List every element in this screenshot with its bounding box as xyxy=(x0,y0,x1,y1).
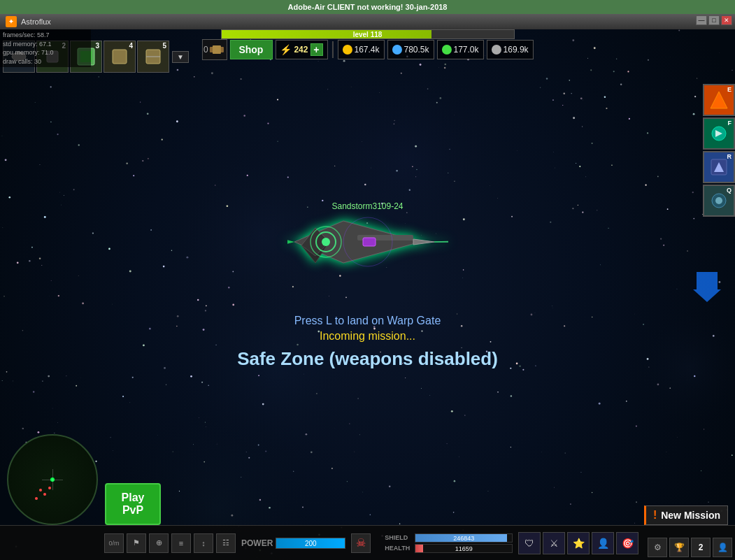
currency-shield: 169.9k xyxy=(487,40,534,59)
sort-icon: ↕ xyxy=(201,539,206,547)
new-mission-notification[interactable]: ! New Mission xyxy=(644,505,728,525)
profile-button[interactable]: 👤 xyxy=(713,538,732,557)
inventory-slot-5[interactable]: 5 xyxy=(137,41,169,73)
inventory-slot-4[interactable]: 4 xyxy=(104,41,136,73)
action-icon-star[interactable]: ⭐ xyxy=(567,532,590,554)
action-icon-target[interactable]: 🎯 xyxy=(616,532,638,554)
map-icon: ⊕ xyxy=(156,538,162,547)
count-display: 2 xyxy=(691,538,711,557)
direction-arrow xyxy=(693,268,721,306)
bottom-action-icons: 🛡 ⚔ ⭐ 👤 🎯 xyxy=(518,532,638,554)
health-value: 11659 xyxy=(415,545,512,554)
svg-marker-24 xyxy=(413,239,434,245)
action-icon-profile[interactable]: 👤 xyxy=(592,532,614,554)
app-title-bar: ✦ Astroflux — □ ✕ xyxy=(0,14,735,29)
player-name: Sandstorm3109-24 xyxy=(331,201,403,211)
health-label: HEALTH xyxy=(385,545,413,552)
nav-button-quest[interactable]: ⚑ xyxy=(127,533,146,553)
skill-button-r[interactable]: R xyxy=(703,151,735,183)
shield-label: SHIELD xyxy=(385,534,413,541)
maximize-button[interactable]: □ xyxy=(708,15,720,25)
shield-value: 246843 xyxy=(415,534,512,543)
nav-button-map[interactable]: ⊕ xyxy=(149,533,169,553)
slot-num-5: 5 xyxy=(162,42,166,50)
svg-point-22 xyxy=(322,238,330,246)
nav-button-menu[interactable]: ≡ xyxy=(171,533,191,553)
game-viewport: ✦ Astroflux — □ ✕ level 118 frames/sec: … xyxy=(0,14,735,560)
skill-r-icon xyxy=(708,157,729,178)
shield-bar-row: SHIELD 246843 xyxy=(385,533,513,543)
xp-icon: ⚡ xyxy=(280,44,292,55)
shop-button[interactable]: Shop xyxy=(229,40,272,59)
new-mission-text: New Mission xyxy=(661,510,720,521)
down-arrow-icon xyxy=(693,268,721,303)
power-value: 200 xyxy=(276,538,345,550)
action-icon-shield[interactable]: 🛡 xyxy=(518,532,541,554)
settings-icon: ⚙ xyxy=(654,543,662,552)
skill-button-f[interactable]: F xyxy=(703,117,735,150)
top-center-hud: 0 Shop ⚡ 242 + 167.4k 780.5k xyxy=(201,39,533,60)
settings-button[interactable]: ⚙ xyxy=(648,538,667,557)
app-logo: ✦ xyxy=(6,16,17,27)
currency-crystal: 780.5k xyxy=(387,40,434,59)
item5-icon xyxy=(142,45,164,68)
nav-button-fuel[interactable]: 0/m xyxy=(104,533,124,553)
xp-plus-button[interactable]: + xyxy=(310,43,322,56)
fps-stat: frames/sec: 58.7 xyxy=(3,31,88,40)
shield-track: 246843 xyxy=(415,533,513,543)
skill-e-icon xyxy=(708,89,729,110)
incoming-mission-text: Incoming mission... xyxy=(237,330,498,343)
profile-icon: 👤 xyxy=(718,543,728,552)
menu-icon: ≡ xyxy=(179,539,183,547)
minimap-enemy-3 xyxy=(35,497,38,500)
svg-point-16 xyxy=(715,197,722,204)
trophy-button[interactable]: 🏆 xyxy=(669,538,689,557)
minimize-button[interactable]: — xyxy=(696,15,707,25)
green-currency-icon xyxy=(442,45,452,55)
close-button[interactable]: ✕ xyxy=(721,15,732,25)
skill-f-icon xyxy=(708,123,729,144)
pvp-button[interactable]: Play PvP xyxy=(105,483,161,525)
trophy-icon: 🏆 xyxy=(674,543,685,552)
warp-gate-text: Press L to land on Warp Gate Incoming mi… xyxy=(237,315,498,370)
svg-marker-26 xyxy=(287,236,294,247)
xp-display: ⚡ 242 + xyxy=(275,40,327,59)
fuel-display: 0/m xyxy=(108,540,119,547)
skill-button-e[interactable]: E xyxy=(703,84,735,116)
draw-stat: draw calls: 30 xyxy=(3,57,88,66)
health-bar-row: HEALTH 11659 xyxy=(385,544,513,553)
inventory-dropdown-btn[interactable]: ▼ xyxy=(172,51,189,63)
equip-button[interactable]: 0 xyxy=(201,39,227,60)
title-bar: Adobe-Air CLIENT not working! 30-jan-201… xyxy=(0,0,735,14)
window-controls: — □ ✕ xyxy=(696,15,732,25)
bottom-nav: 0/m ⚑ ⊕ ≡ ↕ ☷ xyxy=(104,533,236,553)
slot-num-4: 4 xyxy=(129,42,133,50)
danger-button[interactable]: ☠ xyxy=(351,533,371,553)
nav-button-list[interactable]: ☷ xyxy=(216,533,236,553)
gold-icon xyxy=(342,45,352,55)
gpu-stat: gpu memory: 71.0 xyxy=(3,48,88,57)
quest-icon: ⚑ xyxy=(133,538,140,547)
list-icon: ☷ xyxy=(222,538,229,547)
minimap-dots xyxy=(8,436,97,524)
press-l-text: Press L to land on Warp Gate xyxy=(237,315,498,327)
power-label: POWER xyxy=(241,538,273,548)
svg-rect-9 xyxy=(213,45,221,54)
nav-button-sort[interactable]: ↕ xyxy=(194,533,213,553)
right-skills: E F R Q xyxy=(703,84,735,217)
svg-rect-5 xyxy=(113,50,127,64)
skill-button-q[interactable]: Q xyxy=(703,185,735,217)
svg-line-29 xyxy=(434,242,448,243)
crystal-icon xyxy=(392,45,401,55)
minimap xyxy=(7,434,98,525)
shield-currency-icon xyxy=(492,45,501,55)
title-bar-text: Adobe-Air CLIENT not working! 30-jan-201… xyxy=(288,3,448,11)
action-icon-sword[interactable]: ⚔ xyxy=(543,532,565,554)
power-track: 200 xyxy=(276,538,345,549)
inventory-dropdown[interactable]: ▼ xyxy=(172,51,189,63)
bottom-hud: 0/m ⚑ ⊕ ≡ ↕ ☷ POWER xyxy=(0,525,735,560)
safe-zone-text: Safe Zone (weapons disabled) xyxy=(237,348,498,370)
app-title-text: Astroflux xyxy=(21,17,51,26)
svg-marker-30 xyxy=(693,272,721,302)
ship-container xyxy=(287,207,448,280)
